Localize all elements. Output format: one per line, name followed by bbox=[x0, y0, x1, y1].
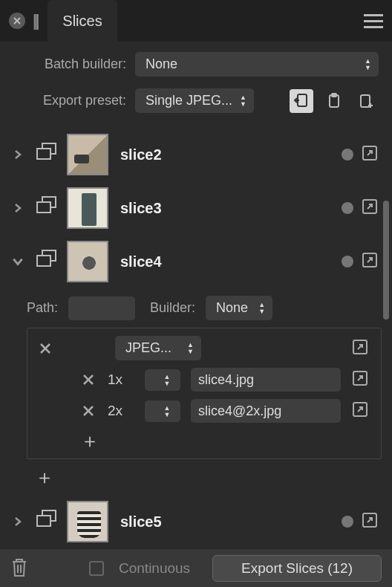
expand-toggle[interactable] bbox=[7, 149, 28, 160]
expand-toggle[interactable] bbox=[7, 256, 28, 267]
slice-type-button[interactable] bbox=[36, 143, 59, 166]
scale-label: 2x bbox=[108, 403, 134, 419]
svg-rect-17 bbox=[37, 516, 50, 526]
scale-dropdown[interactable]: ▲▼ bbox=[145, 369, 180, 391]
chevron-down-icon bbox=[12, 256, 24, 267]
format-value: JPEG... bbox=[125, 340, 172, 356]
export-icon bbox=[351, 338, 369, 356]
updown-icon: ▲▼ bbox=[164, 405, 171, 418]
add-format-button[interactable]: ＋ bbox=[34, 467, 55, 487]
export-icon bbox=[361, 144, 379, 162]
slice-name: slice2 bbox=[120, 146, 334, 163]
clipboard-arrow-icon bbox=[293, 93, 310, 109]
slice-list: slice2 slice3 slice4 bbox=[0, 120, 392, 548]
clipboard-icon bbox=[326, 93, 342, 109]
batch-builder-label: Batch builder: bbox=[13, 56, 126, 72]
layers-icon bbox=[36, 143, 58, 162]
expand-toggle[interactable] bbox=[7, 203, 28, 213]
scrollbar-thumb[interactable] bbox=[383, 201, 389, 320]
preset-apply-button[interactable] bbox=[290, 89, 313, 113]
slice-row[interactable]: slice5 bbox=[0, 495, 392, 548]
chevron-right-icon bbox=[13, 149, 23, 160]
continuous-checkbox[interactable] bbox=[89, 561, 104, 576]
slice-name: slice4 bbox=[120, 253, 334, 270]
preset-copy-button[interactable] bbox=[322, 89, 346, 113]
slice-thumbnail bbox=[67, 241, 108, 282]
svg-rect-11 bbox=[37, 256, 50, 266]
continuous-label: Continuous bbox=[119, 560, 190, 577]
close-icon bbox=[39, 342, 52, 355]
export-icon bbox=[361, 251, 379, 269]
slice-thumbnail bbox=[67, 134, 108, 175]
export-preset-dropdown[interactable]: Single JPEG... ▲▼ bbox=[135, 88, 254, 113]
builder-label: Builder: bbox=[150, 300, 195, 316]
close-icon bbox=[82, 404, 95, 418]
export-preset-label: Export preset: bbox=[13, 93, 126, 108]
remove-variant-button[interactable] bbox=[79, 402, 97, 420]
slice-type-button[interactable] bbox=[36, 196, 59, 220]
slice-name: slice5 bbox=[120, 513, 334, 531]
preset-add-button[interactable] bbox=[355, 89, 379, 113]
format-export-button[interactable] bbox=[351, 338, 372, 359]
close-icon bbox=[82, 373, 95, 386]
path-input[interactable] bbox=[68, 296, 135, 320]
scale-label: 1x bbox=[108, 372, 134, 388]
tab-slices[interactable]: Slices bbox=[48, 0, 117, 42]
export-icon bbox=[361, 198, 379, 215]
scale-dropdown[interactable]: ▲▼ bbox=[145, 400, 180, 422]
export-icon bbox=[361, 511, 379, 529]
updown-icon: ▲▼ bbox=[164, 374, 171, 386]
add-variant-button[interactable]: ＋ bbox=[79, 430, 100, 451]
chevron-right-icon bbox=[13, 203, 23, 213]
pause-icon: || bbox=[33, 11, 37, 30]
export-slices-button[interactable]: Export Slices (12) bbox=[212, 555, 382, 582]
updown-icon: ▲▼ bbox=[240, 94, 246, 107]
slice-type-button[interactable] bbox=[36, 250, 59, 273]
variant-export-button[interactable] bbox=[351, 369, 372, 390]
slice-type-button[interactable] bbox=[36, 510, 59, 534]
slice-status-dot[interactable] bbox=[342, 256, 353, 267]
slice-export-button[interactable] bbox=[361, 511, 382, 532]
remove-variant-button[interactable] bbox=[79, 371, 97, 389]
svg-rect-5 bbox=[37, 149, 50, 159]
delete-button[interactable] bbox=[10, 557, 30, 580]
chevron-right-icon bbox=[13, 516, 23, 527]
filename-input[interactable]: slice4.jpg bbox=[191, 368, 341, 392]
slice-status-dot[interactable] bbox=[342, 516, 353, 528]
menu-button[interactable] bbox=[364, 14, 383, 28]
slice-status-dot[interactable] bbox=[342, 149, 353, 160]
slice-export-button[interactable] bbox=[361, 251, 382, 272]
layers-icon bbox=[36, 196, 58, 215]
format-dropdown[interactable]: JPEG... ▲▼ bbox=[115, 336, 201, 360]
close-icon bbox=[13, 16, 22, 25]
slice-export-button[interactable] bbox=[361, 144, 382, 165]
slice-name: slice3 bbox=[120, 200, 334, 217]
expand-toggle[interactable] bbox=[7, 516, 28, 527]
remove-format-button[interactable] bbox=[36, 340, 54, 357]
close-button[interactable] bbox=[9, 13, 25, 29]
slice-expanded-panel: Path: Builder: None ▲▼ JPEG... ▲▼ bbox=[27, 291, 382, 487]
slice-export-button[interactable] bbox=[361, 198, 382, 218]
variant-export-button[interactable] bbox=[351, 400, 372, 421]
export-icon bbox=[351, 400, 369, 418]
batch-builder-value: None bbox=[146, 56, 177, 72]
slice-thumbnail bbox=[67, 501, 108, 542]
title-bar: || Slices bbox=[0, 0, 392, 42]
layers-icon bbox=[36, 510, 58, 529]
slice-row[interactable]: slice3 bbox=[0, 181, 392, 235]
footer-bar: Continuous Export Slices (12) bbox=[0, 548, 392, 587]
batch-builder-dropdown[interactable]: None ▲▼ bbox=[135, 52, 379, 77]
export-icon bbox=[351, 369, 369, 387]
clipboard-plus-icon bbox=[359, 93, 375, 109]
export-preset-value: Single JPEG... bbox=[146, 93, 232, 108]
slice-status-dot[interactable] bbox=[342, 202, 353, 214]
builder-dropdown[interactable]: None ▲▼ bbox=[206, 296, 272, 320]
format-box: JPEG... ▲▼ 1x ▲▼ slice4.jpg bbox=[27, 328, 382, 459]
updown-icon: ▲▼ bbox=[258, 302, 265, 314]
slice-row[interactable]: slice4 bbox=[0, 235, 392, 288]
svg-rect-8 bbox=[37, 202, 50, 213]
filename-input[interactable]: slice4@2x.jpg bbox=[191, 399, 341, 423]
path-label: Path: bbox=[27, 300, 58, 316]
options-panel: Batch builder: None ▲▼ Export preset: Si… bbox=[0, 42, 392, 120]
slice-row[interactable]: slice2 bbox=[0, 128, 392, 181]
